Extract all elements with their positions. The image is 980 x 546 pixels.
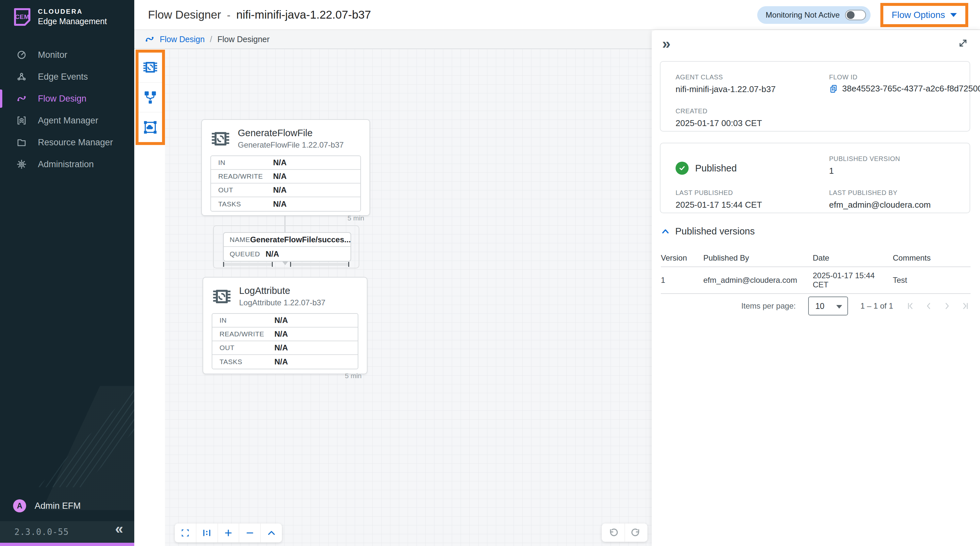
fit-to-screen-button[interactable] bbox=[175, 524, 196, 543]
redo-button[interactable] bbox=[625, 524, 648, 542]
cell-version: 1 bbox=[661, 272, 700, 288]
breadcrumb-flow-design-link[interactable]: Flow Design bbox=[160, 35, 205, 44]
processor-name: GenerateFlowFile bbox=[238, 128, 344, 138]
column-comments: Comments bbox=[893, 253, 970, 263]
sidebar-item-agent-manager[interactable]: Agent Manager bbox=[0, 110, 134, 131]
created-value: 2025-01-17 00:03 CET bbox=[676, 118, 829, 129]
created-label: CREATED bbox=[676, 108, 829, 115]
sidebar: CEM CLOUDERA Edge Management Monitor Edg… bbox=[0, 0, 134, 546]
panel-collapse-button[interactable]: » bbox=[662, 35, 671, 52]
brand: CEM CLOUDERA Edge Management bbox=[0, 0, 134, 34]
processor-icon bbox=[212, 287, 231, 306]
flow-design-icon bbox=[16, 94, 27, 104]
user-menu[interactable]: A Admin EFM bbox=[0, 494, 134, 517]
stat-row: READ/WRITEN/A bbox=[211, 170, 360, 184]
expand-diagonal-icon bbox=[957, 37, 969, 49]
processor-name: LogAttribute bbox=[239, 286, 325, 296]
publish-status: Published bbox=[676, 160, 829, 176]
page-title: Flow Designer - nifi-minifi-java-1.22.07… bbox=[134, 8, 371, 21]
monitoring-status-pill: Monitoring Not Active bbox=[757, 6, 870, 24]
sidebar-item-resource-manager[interactable]: Resource Manager bbox=[0, 132, 134, 153]
items-per-page-label: Items per page: bbox=[741, 302, 796, 311]
avatar: A bbox=[13, 499, 26, 513]
last-published-label: LAST PUBLISHED bbox=[676, 189, 829, 197]
sidebar-accent-bar bbox=[0, 543, 134, 546]
brand-cloudera: CLOUDERA bbox=[38, 8, 107, 15]
toggle-knob bbox=[847, 11, 854, 19]
active-indicator bbox=[0, 89, 2, 108]
flow-canvas[interactable]: GenerateFlowFile GenerateFlowFile 1.22.0… bbox=[134, 49, 652, 546]
stat-row: OUTN/A bbox=[212, 341, 358, 355]
copy-icon[interactable] bbox=[829, 84, 838, 94]
sidebar-item-administration[interactable]: Administration bbox=[0, 154, 134, 175]
add-processor-tool[interactable] bbox=[138, 52, 162, 83]
collapse-toolbar-button[interactable] bbox=[261, 524, 282, 543]
undo-redo-toolbar bbox=[602, 524, 648, 542]
undo-button[interactable] bbox=[602, 524, 625, 542]
table-header-row: Version Published By Date Comments bbox=[661, 249, 970, 267]
column-date: Date bbox=[813, 253, 889, 263]
published-check-icon bbox=[676, 162, 689, 175]
cell-comments: Test bbox=[893, 272, 970, 288]
stat-row: OUTN/A bbox=[211, 184, 360, 197]
publish-status-card: Published PUBLISHED VERSION 1 LAST PUBLI… bbox=[660, 143, 970, 213]
prev-page-icon[interactable] bbox=[924, 301, 934, 311]
last-published-by-value: efm_admin@cloudera.com bbox=[829, 200, 955, 210]
component-palette-annotation-box bbox=[135, 50, 165, 145]
stats-window: 5 min bbox=[202, 212, 369, 222]
processor-icon bbox=[211, 129, 230, 148]
published-version-label: PUBLISHED VERSION bbox=[829, 155, 955, 163]
last-published-value: 2025-01-17 15:44 CET bbox=[676, 200, 829, 210]
connection-name: GenerateFlowFile/succes... bbox=[250, 235, 351, 244]
processor-stats-table: INN/A READ/WRITEN/A OUTN/A TASKSN/A bbox=[210, 156, 361, 212]
actual-size-button[interactable] bbox=[196, 524, 218, 543]
stats-window: 5 min bbox=[203, 369, 367, 380]
next-page-icon[interactable] bbox=[942, 301, 952, 311]
processor-node-generateflowfile[interactable]: GenerateFlowFile GenerateFlowFile 1.22.0… bbox=[201, 119, 370, 216]
remote-process-group-icon bbox=[143, 120, 158, 135]
app-version: 2.3.0.0-55 bbox=[14, 527, 69, 537]
last-published-by-label: LAST PUBLISHED BY bbox=[829, 189, 955, 197]
sidebar-item-monitor[interactable]: Monitor bbox=[0, 44, 134, 65]
processor-icon bbox=[143, 60, 158, 75]
connection-generateflowfile-success[interactable]: NAMEGenerateFlowFile/succes... QUEUEDN/A bbox=[213, 225, 360, 268]
flow-options-button[interactable]: Flow Options bbox=[883, 6, 965, 24]
last-page-icon[interactable] bbox=[960, 301, 970, 311]
breadcrumb: Flow Design / Flow Designer bbox=[134, 30, 652, 49]
edge-events-icon bbox=[16, 71, 27, 82]
cell-date: 2025-01-17 15:44 CET bbox=[813, 268, 889, 293]
cem-logo-icon: CEM bbox=[13, 8, 31, 26]
agent-class-value: nifi-minifi-java-1.22.07-b37 bbox=[676, 84, 829, 94]
monitoring-toggle[interactable] bbox=[845, 10, 866, 20]
zoom-in-button[interactable] bbox=[218, 524, 239, 543]
gauge-icon bbox=[16, 50, 27, 60]
flow-id-value: 38e45523-765c-4377-a2c6-f8d72500... bbox=[842, 84, 980, 94]
published-version-value: 1 bbox=[829, 166, 955, 176]
actual-size-icon bbox=[202, 528, 212, 538]
user-name: Admin EFM bbox=[35, 501, 81, 511]
sidebar-item-edge-events[interactable]: Edge Events bbox=[0, 66, 134, 87]
published-versions-toggle[interactable]: Published versions bbox=[661, 226, 755, 237]
zoom-out-button[interactable] bbox=[239, 524, 261, 543]
agent-manager-icon bbox=[16, 115, 27, 126]
chevron-up-icon bbox=[267, 528, 276, 538]
flow-id-label: FLOW ID bbox=[829, 73, 980, 81]
processor-node-logattribute[interactable]: LogAttribute LogAttribute 1.22.07-b37 IN… bbox=[202, 277, 368, 374]
panel-expand-button[interactable] bbox=[957, 37, 969, 50]
sidebar-collapse-button[interactable]: « bbox=[115, 524, 123, 534]
connection-handle-bar bbox=[290, 263, 349, 266]
stat-row: TASKSN/A bbox=[212, 355, 358, 369]
header: Flow Designer - nifi-minifi-java-1.22.07… bbox=[134, 0, 980, 30]
zoom-out-icon bbox=[245, 528, 255, 538]
flow-options-annotation-box: Flow Options bbox=[880, 3, 968, 27]
add-funnel-tool[interactable] bbox=[138, 83, 162, 113]
add-remote-process-group-tool[interactable] bbox=[138, 112, 162, 142]
sidebar-item-flow-design[interactable]: Flow Design bbox=[0, 88, 134, 109]
table-row[interactable]: 1 efm_admin@cloudera.com 2025-01-17 15:4… bbox=[661, 267, 970, 294]
first-page-icon[interactable] bbox=[905, 301, 915, 311]
items-per-page-select[interactable]: 10 bbox=[808, 297, 848, 316]
redo-icon bbox=[630, 527, 641, 538]
chevron-down-icon bbox=[950, 13, 957, 17]
stat-row: READ/WRITEN/A bbox=[212, 327, 358, 341]
connection-label-box: NAMEGenerateFlowFile/succes... QUEUEDN/A bbox=[223, 232, 351, 262]
